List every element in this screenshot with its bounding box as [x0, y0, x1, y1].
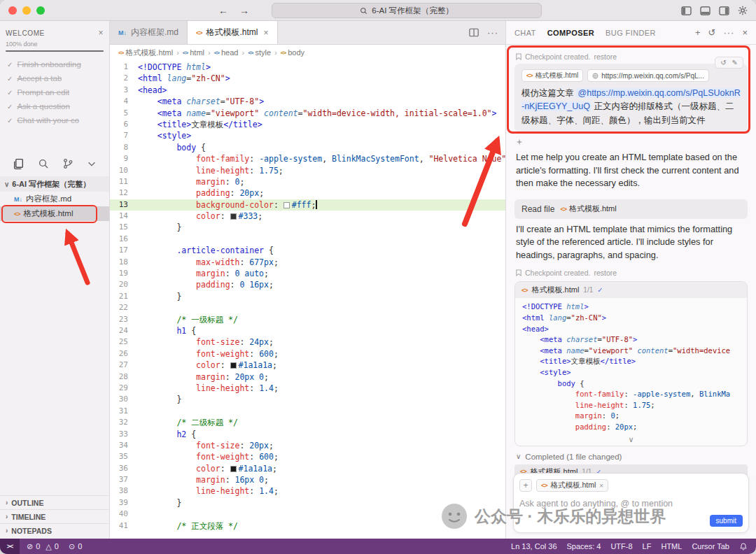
- context-chip[interactable]: https://mp.weixin.qq.com/s/PqL...: [587, 69, 709, 82]
- code-line[interactable]: 33 h2 {: [110, 429, 505, 440]
- read-file-row[interactable]: Read file <> 格式模板.html: [514, 199, 748, 219]
- breadcrumb-item[interactable]: <>head: [214, 48, 239, 57]
- close-welcome-icon[interactable]: ×: [98, 28, 104, 38]
- status-item[interactable]: Cursor Tab: [692, 542, 729, 551]
- remove-chip-icon[interactable]: ×: [599, 482, 603, 490]
- code-line[interactable]: 19 margin: 0 auto;: [110, 268, 505, 279]
- code-line[interactable]: 32 /* 二级标题 */: [110, 417, 505, 428]
- code-line[interactable]: 34 font-size: 20px;: [110, 440, 505, 451]
- code-line[interactable]: 13 background-color: #fff;: [110, 199, 505, 211]
- code-diff-header[interactable]: <> 格式模板.html 1/1 ✓: [515, 282, 747, 298]
- breadcrumb-item[interactable]: <>style: [248, 48, 271, 57]
- settings-gear-icon[interactable]: [738, 6, 748, 15]
- more-actions-icon[interactable]: ···: [487, 27, 498, 38]
- code-line[interactable]: 18 max-width: 677px;: [110, 257, 505, 268]
- code-line[interactable]: 15 }: [110, 222, 505, 233]
- forward-button[interactable]: →: [239, 5, 249, 16]
- explorer-root-folder[interactable]: ∨ 6-AI 写作框架（完整）: [0, 176, 109, 192]
- close-panel-icon[interactable]: ×: [742, 27, 748, 38]
- submit-button[interactable]: submit: [710, 515, 743, 527]
- search-sidebar-icon[interactable]: [38, 158, 49, 169]
- code-line[interactable]: 8 body {: [110, 142, 505, 153]
- source-control-icon[interactable]: [62, 158, 74, 169]
- add-context-button[interactable]: +: [519, 479, 532, 492]
- code-line[interactable]: 36 color: #1a1a1a;: [110, 463, 505, 474]
- file-tree-item[interactable]: M↓内容框架.md: [0, 192, 109, 206]
- completed-row[interactable]: ∨ Completed (1 file changed): [516, 453, 746, 461]
- status-item[interactable]: UTF-8: [610, 542, 632, 551]
- code-line[interactable]: 41 /* 正文段落 */: [110, 520, 505, 532]
- close-window-button[interactable]: [8, 6, 17, 15]
- welcome-task[interactable]: ✓Prompt an edit: [0, 85, 109, 99]
- toggle-sidebar-icon[interactable]: [681, 6, 692, 15]
- sidebar-section-notepads[interactable]: ›NOTEPADS: [0, 523, 109, 537]
- welcome-task[interactable]: ✓Finish onboarding: [0, 57, 109, 71]
- code-line[interactable]: 14 color: #333;: [110, 211, 505, 222]
- code-line[interactable]: 28 margin: 20px 0;: [110, 371, 505, 383]
- context-file-chip[interactable]: <> 格式模板.html ×: [536, 479, 608, 492]
- editor-tab[interactable]: <>格式模板.html×: [188, 21, 278, 44]
- code-line[interactable]: 26 font-weight: 600;: [110, 348, 505, 360]
- status-item[interactable]: HTML: [661, 542, 682, 551]
- code-line[interactable]: 22: [110, 302, 505, 313]
- toggle-panel-icon[interactable]: [700, 6, 710, 15]
- code-line[interactable]: 3<head>: [110, 85, 505, 96]
- status-item[interactable]: Ln 13, Col 36: [511, 542, 556, 551]
- split-editor-icon[interactable]: [469, 28, 479, 37]
- status-item[interactable]: Spaces: 4: [567, 542, 601, 551]
- retry-icon[interactable]: ↺: [720, 59, 726, 66]
- restore-checkpoint-link[interactable]: restore: [594, 269, 617, 277]
- file-tree-item[interactable]: <>格式模板.html: [0, 206, 109, 221]
- code-line[interactable]: 11 margin: 0;: [110, 176, 505, 187]
- panel-tab-composer[interactable]: COMPOSER: [547, 29, 594, 37]
- panel-tab-bug-finder[interactable]: BUG FINDER: [606, 29, 656, 37]
- remote-indicator[interactable]: ><: [0, 539, 20, 554]
- code-line[interactable]: 27 color: #1a1a1a;: [110, 360, 505, 371]
- code-line[interactable]: 38 line-height: 1.4;: [110, 485, 505, 497]
- expand-chevron-icon[interactable]: ∨: [628, 435, 634, 446]
- code-line[interactable]: 9 font-family: -apple-system, BlinkMacSy…: [110, 153, 505, 164]
- notifications-bell-icon[interactable]: [739, 542, 748, 551]
- welcome-task[interactable]: ✓Ask a question: [0, 99, 109, 113]
- toggle-secondary-sidebar-icon[interactable]: [719, 6, 729, 15]
- breadcrumb-item[interactable]: <>html: [183, 48, 204, 57]
- status-item[interactable]: LF: [643, 542, 652, 551]
- breadcrumb-item[interactable]: <>格式模板.html: [118, 48, 173, 58]
- code-line[interactable]: 40: [110, 509, 505, 520]
- editor-tab[interactable]: M↓内容框架.md: [110, 21, 188, 44]
- code-line[interactable]: 16: [110, 234, 505, 245]
- welcome-task[interactable]: ✓Chat with your co: [0, 113, 109, 127]
- code-line[interactable]: 20 padding: 0 16px;: [110, 279, 505, 290]
- code-line[interactable]: 1<!DOCTYPE html>: [110, 62, 505, 73]
- code-line[interactable]: 23 /* 一级标题 */: [110, 314, 505, 325]
- welcome-task[interactable]: ✓Accept a tab: [0, 71, 109, 85]
- code-line[interactable]: 2<html lang="zh-CN">: [110, 73, 505, 84]
- code-line[interactable]: 30 }: [110, 394, 505, 405]
- new-chat-icon[interactable]: +: [695, 27, 701, 38]
- code-line[interactable]: 21 }: [110, 291, 505, 302]
- command-center-search[interactable]: 6-AI 写作框架（完整）: [272, 3, 542, 18]
- sidebar-section-outline[interactable]: ›OUTLINE: [0, 495, 109, 509]
- history-icon[interactable]: ↺: [708, 27, 716, 38]
- code-line[interactable]: 37 margin: 16px 0;: [110, 474, 505, 485]
- restore-checkpoint-link[interactable]: restore: [594, 52, 617, 61]
- code-line[interactable]: 25 font-size: 24px;: [110, 336, 505, 348]
- minimize-window-button[interactable]: [22, 6, 31, 15]
- code-line[interactable]: 12 padding: 20px;: [110, 187, 505, 199]
- code-line[interactable]: 31: [110, 406, 505, 417]
- code-line[interactable]: 24 h1 {: [110, 325, 505, 336]
- code-line[interactable]: 10 line-height: 1.75;: [110, 165, 505, 176]
- problems-indicator[interactable]: ⊘0 △0: [27, 542, 59, 551]
- code-editor[interactable]: 1<!DOCTYPE html>2<html lang="zh-CN">3<he…: [110, 60, 505, 539]
- context-chip[interactable]: <>格式模板.html: [522, 69, 583, 82]
- code-line[interactable]: 6 <title>文章模板</title>: [110, 119, 505, 130]
- back-button[interactable]: ←: [218, 5, 228, 16]
- sidebar-section-timeline[interactable]: ›TIMELINE: [0, 509, 109, 523]
- ports-indicator[interactable]: ⊙0: [69, 542, 82, 551]
- code-line[interactable]: 4 <meta charset="UTF-8">: [110, 96, 505, 107]
- more-views-chevron-icon[interactable]: [87, 159, 97, 169]
- composer-input[interactable]: + <> 格式模板.html × Ask agent to do anythin…: [513, 473, 749, 533]
- code-line[interactable]: 5 <meta name="viewport" content="width=d…: [110, 108, 505, 119]
- code-line[interactable]: 39 }: [110, 497, 505, 509]
- code-line[interactable]: 35 font-weight: 600;: [110, 451, 505, 462]
